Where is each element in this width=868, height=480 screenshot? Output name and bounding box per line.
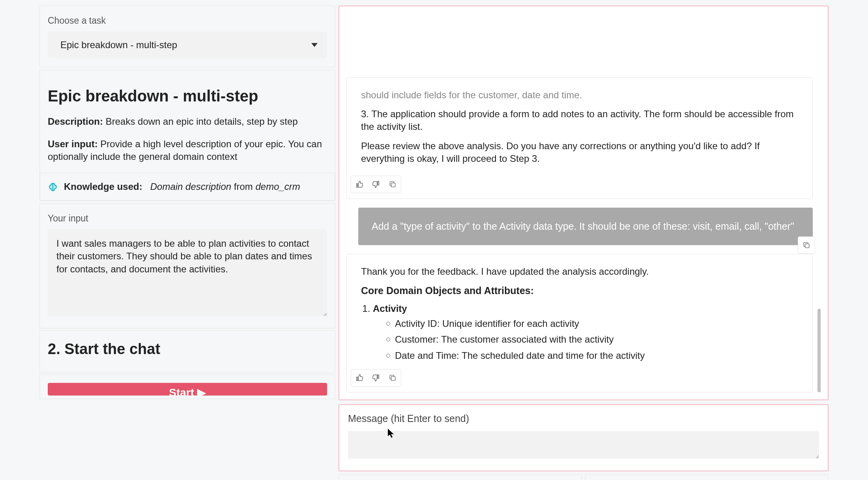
assistant-paragraph: Thank you for the feedback. I have updat… bbox=[361, 265, 798, 278]
start-button-container: Start ▶ bbox=[39, 375, 335, 399]
step2-heading: 2. Start the chat bbox=[48, 339, 327, 359]
copy-button[interactable] bbox=[798, 236, 815, 254]
copy-button[interactable] bbox=[384, 176, 401, 193]
thumbs-up-button[interactable] bbox=[351, 176, 368, 193]
feedback-bar bbox=[351, 176, 401, 193]
domain-objects-list: Activity Activity ID: Unique identifier … bbox=[361, 302, 798, 362]
epic-input[interactable] bbox=[48, 229, 327, 316]
thumbs-down-button[interactable] bbox=[368, 369, 384, 386]
truncated-line: should include fields for the customer, … bbox=[361, 89, 798, 101]
panel-stub bbox=[585, 474, 829, 480]
brain-icon bbox=[47, 182, 58, 193]
domain-objects-heading: Core Domain Objects and Attributes: bbox=[361, 284, 798, 298]
svg-rect-3 bbox=[391, 377, 395, 381]
assistant-paragraph: Please review the above analysis. Do you… bbox=[361, 140, 798, 165]
attribute-item: Customer: The customer associated with t… bbox=[386, 333, 798, 346]
domain-object-item: Activity Activity ID: Unique identifier … bbox=[373, 302, 798, 362]
step2-card: 2. Start the chat bbox=[39, 330, 335, 373]
config-panel: 1. What do you want to do? Choose a task… bbox=[39, 0, 335, 480]
copy-icon bbox=[803, 241, 810, 249]
chat-messages-area: should include fields for the customer, … bbox=[339, 6, 829, 400]
thumbs-up-icon bbox=[355, 180, 364, 189]
task-description: Description: Breaks down an epic into de… bbox=[48, 115, 327, 128]
choose-task-label: Choose a task bbox=[48, 15, 327, 27]
caret-down-icon bbox=[311, 43, 318, 47]
chat-input[interactable] bbox=[348, 431, 819, 459]
assistant-paragraph: 3. The application should provide a form… bbox=[361, 108, 798, 133]
thumbs-down-icon bbox=[372, 373, 380, 382]
chat-input-label: Message (hit Enter to send) bbox=[348, 412, 819, 426]
thumbs-up-icon bbox=[355, 373, 364, 382]
attribute-item: Date and Time: The scheduled date and ti… bbox=[386, 349, 798, 362]
knowledge-text: Knowledge used: Domain description from … bbox=[64, 180, 300, 193]
scrollbar-thumb[interactable] bbox=[817, 309, 821, 392]
attribute-item: Activity ID: Unique identifier for each … bbox=[386, 317, 798, 330]
your-input-label: Your input bbox=[48, 212, 327, 225]
thumbs-down-icon bbox=[372, 180, 380, 189]
user-message: Add a "type of activity" to the Activity… bbox=[358, 208, 813, 245]
thumbs-down-button[interactable] bbox=[368, 176, 384, 193]
chat-input-area: Message (hit Enter to send) bbox=[339, 404, 829, 471]
assistant-message: Thank you for the feedback. I have updat… bbox=[346, 254, 813, 393]
scrollbar-track[interactable] bbox=[817, 12, 821, 392]
chat-panel: 3. Chat should include fields for the cu… bbox=[339, 0, 829, 480]
your-input-card: Your input bbox=[39, 203, 335, 328]
copy-icon bbox=[389, 180, 397, 188]
task-description-card: Epic breakdown - multi-step Description:… bbox=[39, 70, 335, 201]
user-message-container: Add a "type of activity" to the Activity… bbox=[346, 208, 813, 245]
task-title: Epic breakdown - multi-step bbox=[48, 85, 327, 107]
assistant-message: should include fields for the customer, … bbox=[346, 77, 813, 199]
panel-stub bbox=[339, 474, 582, 480]
copy-button[interactable] bbox=[384, 369, 401, 386]
choose-task-card: Choose a task Epic breakdown - multi-ste… bbox=[39, 6, 335, 68]
start-button[interactable]: Start ▶ bbox=[48, 383, 327, 396]
task-userinput-desc: User input: Provide a high level descrip… bbox=[48, 138, 327, 163]
knowledge-used-box: Knowledge used: Domain description from … bbox=[40, 173, 335, 201]
copy-icon bbox=[389, 374, 397, 382]
thumbs-up-button[interactable] bbox=[351, 369, 368, 386]
feedback-bar bbox=[351, 369, 401, 386]
svg-rect-1 bbox=[391, 183, 395, 187]
svg-rect-2 bbox=[805, 244, 809, 248]
task-dropdown[interactable]: Epic breakdown - multi-step bbox=[48, 32, 327, 58]
task-dropdown-value: Epic breakdown - multi-step bbox=[60, 39, 177, 51]
attribute-list: Activity ID: Unique identifier for each … bbox=[373, 317, 798, 362]
